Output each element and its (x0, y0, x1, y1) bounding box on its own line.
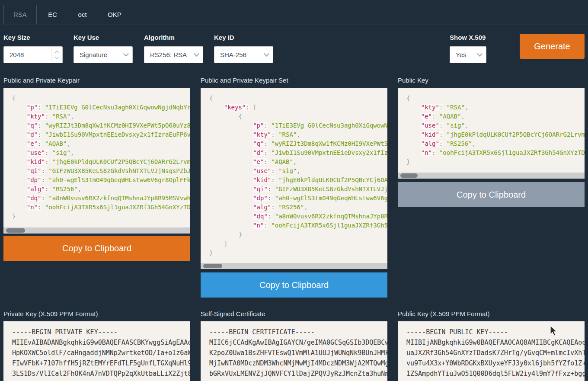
copy-keypair-set-button[interactable]: Copy to Clipboard (201, 272, 387, 298)
chevron-down-icon (194, 51, 199, 57)
public-pem-title: Public Key (X.509 PEM Format) (398, 310, 490, 317)
keypair-set-json: { "keys": [ { "p": "1TiE3EVg_G0lCecNsu3a… (201, 88, 387, 257)
algorithm-select[interactable]: RS256: RSA (144, 46, 203, 63)
mouse-cursor-icon (550, 325, 558, 336)
jwk-generator-page: { "tabs": [ { "label": "RSA", "active": … (0, 0, 588, 381)
certificate-box: -----BEGIN CERTIFICATE-----MIIC6jCCAdKgA… (201, 321, 387, 381)
show-x509-label: Show X.509 (450, 34, 486, 41)
key-id-value: SHA-256 (220, 51, 246, 58)
algorithm-label: Algorithm (144, 34, 203, 41)
key-id-field: Key ID SHA-256 (214, 34, 273, 63)
private-pem-box: -----BEGIN PRIVATE KEY-----MIIEvAIBADANB… (3, 321, 190, 381)
private-pem-text: -----BEGIN PRIVATE KEY-----MIIEvAIBADANB… (3, 321, 190, 381)
key-use-value: Signature (80, 51, 107, 58)
tab-okp[interactable]: OKP (98, 5, 131, 24)
key-id-select[interactable]: SHA-256 (214, 46, 273, 63)
key-use-label: Key Use (74, 34, 133, 41)
key-size-label: Key Size (3, 34, 63, 41)
chevron-down-icon (477, 51, 483, 57)
keypair-codebox: { "p": "1TiE3EVg_G0lCecNsu3agh0XiGqwowNg… (3, 88, 190, 234)
generate-button[interactable]: Generate (520, 34, 585, 59)
keypair-set-codebox: { "keys": [ { "p": "1TiE3EVg_G0lCecNsu3a… (201, 88, 387, 269)
public-key-title: Public Key (398, 77, 428, 84)
certificate-text: -----BEGIN CERTIFICATE-----MIIC6jCCAdKgA… (201, 321, 387, 381)
keypair-set-title: Public and Private Keypair Set (201, 77, 288, 84)
copy-keypair-button[interactable]: Copy to Clipboard (3, 236, 190, 261)
public-key-hscrollbar[interactable] (398, 173, 585, 179)
algorithm-field: Algorithm RS256: RSA (144, 34, 203, 63)
tab-rsa[interactable]: RSA (3, 5, 37, 24)
key-size-value: 2048 (10, 51, 24, 58)
key-use-select[interactable]: Signature (74, 46, 133, 63)
key-id-label: Key ID (214, 34, 273, 41)
chevron-down-icon (264, 51, 269, 57)
certificate-title: Self-Signed Certificate (201, 310, 265, 317)
number-stepper[interactable] (51, 47, 62, 62)
keypair-title: Public and Private Keypair (3, 77, 80, 84)
scrollbar-thumb[interactable] (6, 228, 25, 233)
show-x509-field: Show X.509 Yes (450, 34, 486, 63)
public-key-json: { "kty": "RSA", "e": "AQAB", "use": "sig… (398, 88, 585, 166)
key-use-field: Key Use Signature (74, 34, 133, 63)
public-key-codebox: { "kty": "RSA", "e": "AQAB", "use": "sig… (398, 88, 585, 179)
show-x509-value: Yes (456, 51, 466, 58)
keypair-json: { "p": "1TiE3EVg_G0lCecNsu3agh0XiGqwowNg… (3, 88, 190, 221)
scrollbar-thumb[interactable] (203, 264, 222, 268)
algorithm-value: RS256: RSA (150, 51, 187, 58)
key-size-input[interactable]: 2048 (3, 46, 63, 63)
copy-public-key-button[interactable]: Copy to Clipboard (398, 182, 585, 207)
show-x509-select[interactable]: Yes (450, 46, 486, 63)
stepper-down-icon[interactable] (54, 54, 59, 59)
tab-ec[interactable]: EC (38, 5, 67, 24)
key-size-field: Key Size 2048 (3, 34, 63, 63)
scrollbar-thumb[interactable] (400, 173, 418, 178)
keypair-hscrollbar[interactable] (3, 227, 190, 234)
chevron-down-icon (123, 51, 129, 57)
key-type-tabbar: RSA EC oct OKP (3, 4, 588, 25)
keypair-set-hscrollbar[interactable] (201, 263, 387, 269)
private-pem-title: Private Key (X.509 PEM Format) (3, 310, 98, 317)
tab-oct[interactable]: oct (69, 5, 96, 24)
